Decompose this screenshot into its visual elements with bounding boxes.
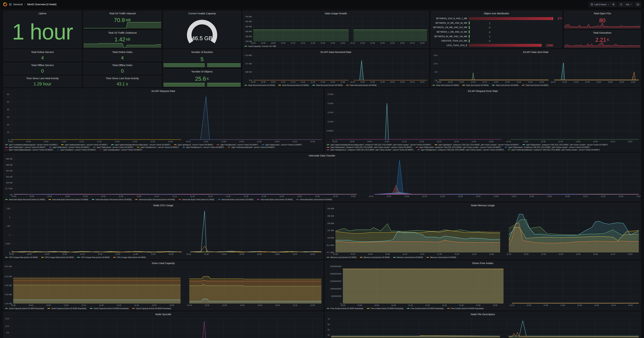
chart-canvas[interactable] <box>439 55 639 80</box>
legend-item[interactable]: Memory Used [minio-04:9000] <box>426 256 456 258</box>
legend-item[interactable]: {api="getbucketobjectlockconfiguration",… <box>111 144 170 146</box>
legend-item[interactable]: Used Capacity [minio-03:9000:/tmp/data] <box>90 307 128 309</box>
legend-item[interactable]: Free Inodes [minio-03:9000:/tmp/data] <box>407 307 444 309</box>
legend-item[interactable]: {api="listobjectsv1", server="minio-04:9… <box>182 146 224 148</box>
panel-title[interactable]: Total S3 Traffic Outbound <box>84 30 161 35</box>
chart-canvas[interactable] <box>331 317 639 338</box>
refresh-interval-picker[interactable]: 10s ▾ <box>624 2 634 7</box>
legend-item[interactable]: Used Capacity [minio-01:9000:/tmp/data] <box>5 307 44 309</box>
legend-item[interactable]: {api="getbucketlocation", server="minio-… <box>61 144 108 146</box>
panel-title[interactable]: Node Syscalls <box>4 312 323 317</box>
panel-title[interactable]: Drive Used Capacity <box>4 261 323 266</box>
panel-title[interactable]: Node CPU Usage <box>4 203 323 208</box>
legend-item[interactable]: {api="newmultipartupload", server="minio… <box>5 149 53 151</box>
panel-title[interactable]: Total Open FDs <box>564 11 640 16</box>
legend-item[interactable]: {api="listbuckets", server="minio-04:900… <box>93 146 133 148</box>
bar-row[interactable]: BETWEEN_64_MB_AND_128_MB 1 <box>432 35 560 38</box>
legend-item[interactable]: {api="listbuckets", instance="165.232.17… <box>522 144 608 146</box>
chart-canvas[interactable] <box>13 266 322 303</box>
grafana-logo-icon[interactable] <box>3 2 8 7</box>
legend-item[interactable]: CPU Usage Rate [minio-03:9000] <box>77 256 110 258</box>
legend-item[interactable]: Internode Bytes Received [minio-02:9000] <box>48 199 88 201</box>
breadcrumb-section[interactable]: General <box>13 3 22 6</box>
legend-item[interactable]: Internode Bytes Received [minio-01:9000] <box>5 199 45 201</box>
legend-item[interactable]: {api="putobject", server="minio-03:9000"… <box>57 149 96 151</box>
legend-item[interactable]: {api="methodnotallowed", instance="165.2… <box>508 149 600 151</box>
legend-item[interactable]: Free Inodes [minio-04:9000:/tmp/data] <box>447 307 484 309</box>
panel-title[interactable]: Object size distribution <box>431 11 562 16</box>
legend-item[interactable]: Memory Used [minio-02:9000] <box>360 256 390 258</box>
panel-title[interactable]: Total Offline Servers <box>4 63 82 68</box>
legend-item[interactable]: {api="headbucket", server="minio-03:9000… <box>217 144 258 146</box>
refresh-button[interactable] <box>618 2 624 7</box>
panel-title[interactable]: Total Online Servers <box>4 50 82 55</box>
panel-title[interactable]: Total S3 Traffic Inbound <box>84 11 161 16</box>
legend-item[interactable]: {api="putobjectpart", server="minio-03:9… <box>100 149 142 151</box>
legend-item[interactable]: Data Sent [minio-01:9000] <box>432 84 459 86</box>
legend-item[interactable]: Used Capacity [minio-04:9000:/tmp/data] <box>132 307 171 309</box>
dashboards-grid-icon[interactable] <box>9 3 12 6</box>
legend-item[interactable]: {api="listbuckets", server="minio-02:900… <box>5 146 46 148</box>
legend-item[interactable]: {api="listobjectsv1", instance="165.232.… <box>417 149 504 151</box>
legend-item[interactable]: Data Received [minio-03:9000] <box>312 84 342 86</box>
chart-canvas[interactable] <box>253 17 427 41</box>
legend-item[interactable]: {api="completemultipartupload", server="… <box>5 144 58 146</box>
legend-item[interactable]: Data Sent [minio-02:9000] <box>462 84 488 86</box>
panel-title[interactable]: Total Offline Disks <box>84 63 161 68</box>
legend-item[interactable]: Used Capacity [minio-02:9000:/tmp/data] <box>48 307 86 309</box>
chart-canvas[interactable] <box>335 94 639 140</box>
legend-item[interactable]: {api="listbuckets", instance="165.232.17… <box>505 146 590 148</box>
chart-canvas[interactable] <box>10 94 322 140</box>
legend-item[interactable]: {api="listobjectsv1", instance="165.232.… <box>327 149 414 151</box>
legend-item[interactable]: {api="listbuckets", server="minio-01:900… <box>262 144 302 146</box>
legend-item[interactable]: {api="listobjectsv1", server="minio-02:9… <box>137 146 179 148</box>
panel-title[interactable]: Internode Data Transfer <box>4 153 640 158</box>
legend-item[interactable]: Memory Used [minio-03:9000] <box>393 256 423 258</box>
legend-item[interactable]: Data Received [minio-04:9000] <box>346 84 376 86</box>
legend-item[interactable]: CPU Usage Rate [minio-04:9000] <box>113 256 146 258</box>
panel-title[interactable]: Drives Free Inodes <box>325 261 640 266</box>
legend-item[interactable]: Internode Bytes Received [minio-04:9000] <box>135 199 175 201</box>
bar-row[interactable]: BETWEEN_1_MB_AND_10_MB 4 <box>432 30 560 34</box>
legend-item[interactable]: {api="listbuckets", server="minio-03:900… <box>49 146 90 148</box>
chart-canvas[interactable] <box>12 209 322 252</box>
chart-canvas[interactable] <box>343 266 639 303</box>
legend-item[interactable]: {api="getbucketobjectlockconfiguration",… <box>327 144 431 146</box>
chart-canvas[interactable] <box>10 317 322 338</box>
time-range-picker[interactable]: Last 3 hours ▾ <box>589 2 610 7</box>
bar-row[interactable]: LESS_THAN_1024_B 2366 <box>432 44 560 47</box>
panel-title[interactable]: S3 API Data Received Rate <box>243 50 429 55</box>
legend-item[interactable]: Internode Bytes Received [minio-03:9000] <box>92 199 132 201</box>
legend-item[interactable]: {api="methodnotallowed", server="minio-0… <box>228 146 274 148</box>
panel-title[interactable]: Time Since Last Scan Activity <box>84 76 161 81</box>
panel-title[interactable]: Current Usable Capacity <box>163 11 241 16</box>
panel-title[interactable]: Node Memory Usage <box>325 203 640 208</box>
bar-row[interactable]: GREATER_THAN_512_MB 0 <box>432 39 560 43</box>
panel-title[interactable]: Data Usage Growth <box>243 11 429 16</box>
legend-item[interactable]: {api="getobject", instance="165.232.176.… <box>435 144 519 146</box>
dashboard-title[interactable]: MinIO Overview [4 Node] <box>27 3 56 6</box>
legend-item[interactable]: Internode Bytes Sent [minio-01:9000] <box>178 199 214 201</box>
legend-item[interactable]: CPU Usage Rate [minio-02:9000] <box>41 256 74 258</box>
chart-canvas[interactable] <box>336 209 639 252</box>
tv-mode-button[interactable] <box>635 2 641 7</box>
legend-item[interactable]: {api="getobject", server="minio-04:9000"… <box>174 144 213 146</box>
legend-item[interactable]: Data Sent [minio-03:9000] <box>492 84 518 86</box>
legend-item[interactable]: Data Received [minio-01:9000] <box>244 84 275 86</box>
legend-item[interactable]: Internode Bytes Sent [minio-02:9000] <box>218 199 254 201</box>
chart-canvas[interactable] <box>14 159 639 195</box>
legend-item[interactable]: Free Inodes [minio-02:9000:/tmp/data] <box>367 307 403 309</box>
legend-item[interactable]: CPU Usage Rate [minio-01:9000] <box>5 256 38 258</box>
bar-row[interactable]: BETWEEN_10_MB_AND_64_MB 1 <box>432 21 560 25</box>
legend-item[interactable]: Free Inodes [minio-01:9000:/tmp/data] <box>327 307 363 309</box>
panel-title[interactable]: S3 API Data Sent Rate <box>431 50 640 55</box>
chart-canvas[interactable] <box>253 55 427 80</box>
zoom-out-button[interactable] <box>610 2 616 7</box>
panel-title[interactable]: S3 API Request Error Rate <box>325 89 640 94</box>
legend-item[interactable]: {api="listbuckets", instance="165.232.17… <box>416 146 501 148</box>
panel-title[interactable]: Node File Descriptors <box>325 312 640 317</box>
legend-item[interactable]: Used CapacityCurrent: 417 MB <box>244 45 276 47</box>
panel-title[interactable]: S3 API Request Rate <box>4 89 323 94</box>
bar-row[interactable]: BETWEEN_128_MB_AND_512_MB 0 <box>432 26 560 29</box>
panel-title[interactable]: Total Online Disks <box>84 50 161 55</box>
